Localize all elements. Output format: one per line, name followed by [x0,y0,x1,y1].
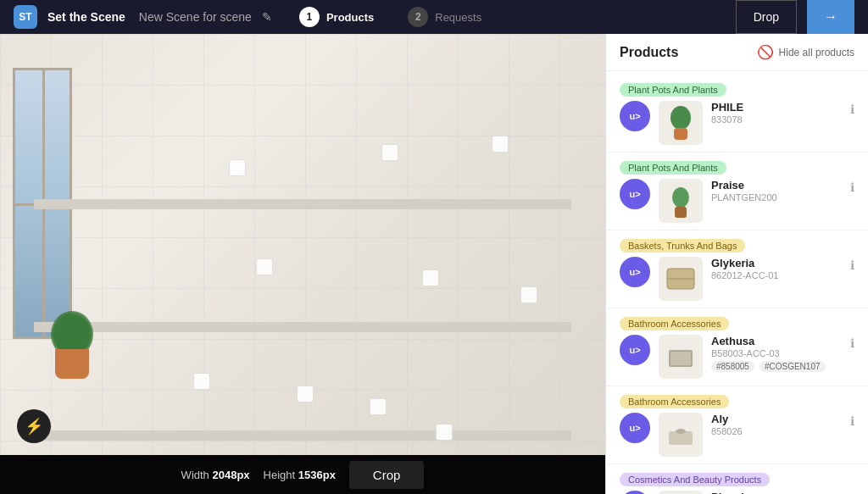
product-thumbnail [659,491,703,494]
product-extra-tag: #858005 [711,361,754,372]
fab-button[interactable]: ⚡ [17,409,51,443]
product-list: Plant Pots And Plants u> PHILE 833078 ℹ … [606,71,868,494]
product-info: Praise PLANTGEN200 [711,179,842,203]
crop-button[interactable]: Crop [349,461,425,489]
product-tag-row: Baskets, Trunks And Bags [620,237,854,253]
step-1-num: 1 [299,7,320,27]
product-category-tag: Baskets, Trunks And Bags [620,239,745,253]
app-title: Set the Scene [47,10,125,24]
product-avatar: u> [620,413,650,443]
info-icon[interactable]: ℹ [850,414,854,428]
product-name: PHILE [711,101,842,114]
product-row: u> Glykeria 862012-ACC-01 ℹ [620,257,854,301]
shelf-bot [34,430,571,441]
product-item[interactable]: Plant Pots And Plants u> PHILE 833078 ℹ [606,75,868,153]
hotspot-2[interactable] [381,144,398,161]
next-button[interactable]: → [807,0,854,34]
product-item[interactable]: Bathroom Accessories u> Aethusa B58003-A… [606,308,868,386]
product-tags-row: #858005#COSGEN107 [711,361,842,372]
product-row: u> Aly 858026 ℹ [620,413,854,457]
product-thumbnail [659,335,703,379]
svg-rect-7 [670,352,691,365]
product-info: Aly 858026 [711,413,842,436]
canvas-image [0,34,605,455]
product-info: Glykeria 862012-ACC-01 [711,257,842,280]
hotspot-11[interactable] [436,424,453,441]
product-avatar: u> [620,257,650,287]
svg-rect-1 [674,128,687,140]
product-name: Aethusa [711,335,842,347]
hide-all-button[interactable]: 🚫 Hide all products [757,44,854,60]
product-tag-row: Plant Pots And Plants [620,81,854,97]
hotspot-10[interactable] [370,398,387,415]
product-item[interactable]: Bathroom Accessories u> Aly 858026 ℹ [606,386,868,464]
product-sku: 833078 [711,114,842,125]
product-item[interactable]: Cosmetics And Beauty Products u> Phaedra… [606,464,868,494]
product-info: Aethusa B58003-ACC-03 #858005#COSGEN107 [711,335,842,372]
product-category-tag: Bathroom Accessories [620,317,729,330]
product-tag-row: Cosmetics And Beauty Products [620,471,854,486]
room-background [0,34,605,455]
panel-title: Products [620,45,678,60]
right-panel: Products 🚫 Hide all products Plant Pots … [605,34,868,494]
step-1-label: Products [326,11,374,24]
step-2[interactable]: 2 Requests [391,7,498,27]
product-avatar: u> [620,335,650,365]
hotspot-6[interactable] [520,286,537,303]
product-thumbnail [659,413,703,457]
width-label: Width 2048px [181,469,250,481]
plant-decoration [51,311,93,379]
product-name: Aly [711,413,842,425]
product-item[interactable]: Plant Pots And Plants u> Praise PLANTGEN… [606,153,868,230]
app-header: ST Set the Scene New Scene for scene ✎ 1… [0,0,868,34]
product-avatar: u> [620,101,650,131]
height-label: Height 1536px [264,469,336,481]
hotspot-4[interactable] [256,258,273,275]
panel-header: Products 🚫 Hide all products [606,34,868,71]
info-icon[interactable]: ℹ [850,336,854,350]
info-icon[interactable]: ℹ [850,258,854,272]
hotspot-8[interactable] [193,373,210,390]
hotspot-1[interactable] [229,159,246,176]
product-info: PHILE 833078 [711,101,842,125]
product-row: u> PHILE 833078 ℹ [620,101,854,145]
product-category-tag: Plant Pots And Plants [620,161,726,175]
steps-container: 1 Products 2 Requests [282,7,498,27]
product-sku: 858026 [711,426,842,436]
product-item[interactable]: Baskets, Trunks And Bags u> Glykeria 862… [606,230,868,308]
product-category-tag: Bathroom Accessories [620,395,729,408]
product-category-tag: Plant Pots And Plants [620,83,726,97]
product-tag-row: Plant Pots And Plants [620,159,854,175]
product-row: u> Phaedra 858030 ℹ [620,491,854,494]
hotspot-5[interactable] [422,269,439,286]
shelf-top [34,199,571,209]
hotspot-9[interactable] [297,386,314,402]
step-1[interactable]: 1 Products [282,7,391,27]
product-tag-row: Bathroom Accessories [620,315,854,330]
svg-point-0 [670,106,691,130]
edit-icon[interactable]: ✎ [262,10,272,24]
width-value: 2048px [212,469,249,481]
app-logo: ST [14,5,37,29]
product-row: u> Aethusa B58003-ACC-03 #858005#COSGEN1… [620,335,854,379]
product-thumbnail [659,257,703,301]
product-extra-tag: #COSGEN107 [760,361,826,372]
height-value: 1536px [298,469,336,481]
product-row: u> Praise PLANTGEN200 ℹ [620,179,854,223]
drop-button[interactable]: Drop [736,0,797,34]
hotspot-3[interactable] [492,136,509,153]
product-sku: PLANTGEN200 [711,192,842,203]
info-icon[interactable]: ℹ [850,180,854,194]
product-sku: 862012-ACC-01 [711,270,842,280]
product-thumbnail [659,179,703,223]
product-sku: B58003-ACC-03 [711,348,842,358]
product-name: Praise [711,179,842,191]
product-info: Phaedra 858030 [711,491,842,494]
svg-rect-3 [675,207,687,218]
canvas-area: ⚡ Width 2048px Height 1536px Crop [0,34,605,494]
product-category-tag: Cosmetics And Beauty Products [620,473,770,486]
fab-icon: ⚡ [25,417,43,436]
product-name: Glykeria [711,257,842,269]
plant-pot [55,349,89,379]
info-icon[interactable]: ℹ [850,103,854,116]
